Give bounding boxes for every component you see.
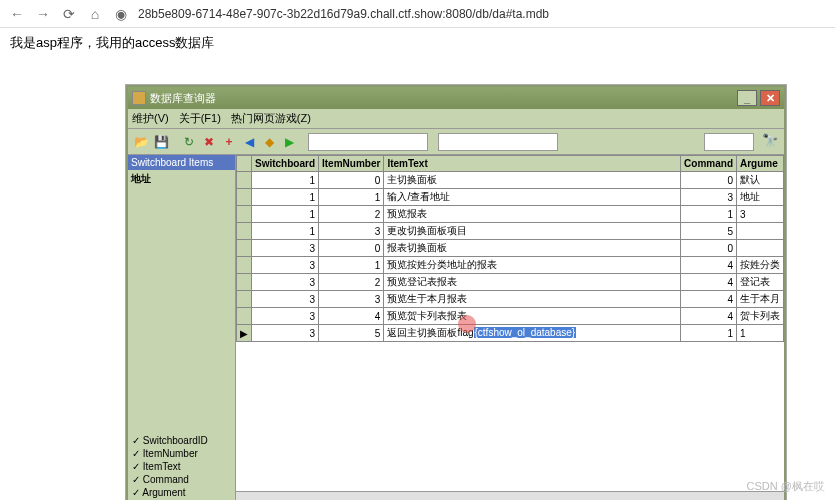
sidebar-table-item[interactable]: 地址 (128, 170, 235, 188)
cell[interactable]: 1 (252, 223, 319, 240)
cell[interactable]: 3 (252, 308, 319, 325)
cell[interactable]: 1 (319, 257, 384, 274)
col-command[interactable]: Command (681, 156, 737, 172)
field-check[interactable]: Argument (132, 486, 208, 499)
open-icon[interactable]: 📂 (132, 133, 150, 151)
col-argument[interactable]: Argume (737, 156, 784, 172)
close-button[interactable]: ✕ (760, 90, 780, 106)
cell[interactable]: 1 (681, 325, 737, 342)
row-header[interactable] (237, 172, 252, 189)
cell[interactable]: 2 (319, 206, 384, 223)
home-icon[interactable]: ⌂ (86, 5, 104, 23)
cell[interactable]: 输入/查看地址 (384, 189, 681, 206)
cell[interactable]: 4 (681, 274, 737, 291)
horizontal-scrollbar[interactable] (236, 491, 784, 500)
cell[interactable]: 0 (319, 240, 384, 257)
cell[interactable]: 0 (681, 240, 737, 257)
sidebar-table-selected[interactable]: Switchboard Items (128, 155, 235, 170)
save-icon[interactable]: 💾 (152, 133, 170, 151)
row-header[interactable]: ▶ (237, 325, 252, 342)
prev-icon[interactable]: ◀ (240, 133, 258, 151)
forward-icon[interactable]: → (34, 5, 52, 23)
table-row[interactable]: 32预览登记表报表4登记表 (237, 274, 784, 291)
cell[interactable] (737, 223, 784, 240)
menu-maintain[interactable]: 维护(V) (132, 111, 169, 126)
table-row[interactable]: 31预览按姓分类地址的报表4按姓分类 (237, 257, 784, 274)
cell[interactable]: 1 (319, 189, 384, 206)
cell[interactable]: 4 (681, 257, 737, 274)
cell[interactable]: 0 (681, 172, 737, 189)
reload-icon[interactable]: ⟳ (60, 5, 78, 23)
cell[interactable]: 主切换面板 (384, 172, 681, 189)
cell[interactable]: 预览报表 (384, 206, 681, 223)
cell[interactable]: 1 (252, 172, 319, 189)
cell[interactable]: 预览生于本月报表 (384, 291, 681, 308)
dropdown-2[interactable] (438, 133, 558, 151)
table-row[interactable]: 34预览贺卡列表报表4贺卡列表 (237, 308, 784, 325)
field-check[interactable]: SwitchboardID (132, 434, 208, 447)
menu-about[interactable]: 关于(F1) (179, 111, 221, 126)
cell[interactable]: 0 (319, 172, 384, 189)
table-row[interactable]: 11输入/查看地址3地址 (237, 189, 784, 206)
cell[interactable]: 3 (319, 223, 384, 240)
cell[interactable]: 2 (319, 274, 384, 291)
menu-games[interactable]: 热门网页游戏(Z) (231, 111, 311, 126)
cell[interactable]: 3 (737, 206, 784, 223)
cell[interactable]: 3 (252, 240, 319, 257)
next-icon[interactable]: ▶ (280, 133, 298, 151)
dropdown-3[interactable] (704, 133, 754, 151)
cell[interactable]: 3 (252, 291, 319, 308)
table-row[interactable]: 13更改切换面板项目5 (237, 223, 784, 240)
cell[interactable]: 预览登记表报表 (384, 274, 681, 291)
cell[interactable]: 4 (681, 291, 737, 308)
table-row[interactable]: 33预览生于本月报表4生于本月 (237, 291, 784, 308)
cell[interactable]: 1 (252, 189, 319, 206)
row-header[interactable] (237, 257, 252, 274)
row-header[interactable] (237, 240, 252, 257)
cell[interactable]: 返回主切换面板flag{ctfshow_ol_database} (384, 325, 681, 342)
cell[interactable]: 3 (681, 189, 737, 206)
row-header[interactable] (237, 274, 252, 291)
field-check[interactable]: ItemText (132, 460, 208, 473)
row-header[interactable] (237, 291, 252, 308)
cell[interactable]: 3 (252, 274, 319, 291)
table-row[interactable]: ▶35返回主切换面板flag{ctfshow_ol_database}11 (237, 325, 784, 342)
col-switchboard[interactable]: Switchboard (252, 156, 319, 172)
cell[interactable]: 预览按姓分类地址的报表 (384, 257, 681, 274)
table-row[interactable]: 30报表切换面板0 (237, 240, 784, 257)
dropdown-1[interactable] (308, 133, 428, 151)
col-itemtext[interactable]: ItemText (384, 156, 681, 172)
cell[interactable]: 更改切换面板项目 (384, 223, 681, 240)
field-check[interactable]: Command (132, 473, 208, 486)
cell[interactable]: 登记表 (737, 274, 784, 291)
cell[interactable]: 1 (737, 325, 784, 342)
row-header[interactable] (237, 206, 252, 223)
url-text[interactable]: 28b5e809-6714-48e7-907c-3b22d16d79a9.cha… (138, 7, 549, 21)
cell[interactable]: 默认 (737, 172, 784, 189)
table-row[interactable]: 12预览报表13 (237, 206, 784, 223)
row-header[interactable] (237, 308, 252, 325)
field-check[interactable]: ItemNumber (132, 447, 208, 460)
table-row[interactable]: 10主切换面板0默认 (237, 172, 784, 189)
back-icon[interactable]: ← (8, 5, 26, 23)
cell[interactable]: 报表切换面板 (384, 240, 681, 257)
cell[interactable]: 生于本月 (737, 291, 784, 308)
refresh-icon[interactable]: ↻ (180, 133, 198, 151)
cell[interactable]: 4 (319, 308, 384, 325)
cell[interactable]: 1 (681, 206, 737, 223)
cell[interactable]: 3 (319, 291, 384, 308)
cell[interactable]: 3 (252, 257, 319, 274)
cell[interactable] (737, 240, 784, 257)
add-icon[interactable]: + (220, 133, 238, 151)
cell[interactable]: 5 (681, 223, 737, 240)
cell[interactable]: 5 (319, 325, 384, 342)
cell[interactable]: 按姓分类 (737, 257, 784, 274)
cell[interactable]: 地址 (737, 189, 784, 206)
cell[interactable]: 贺卡列表 (737, 308, 784, 325)
cell[interactable]: 预览贺卡列表报表 (384, 308, 681, 325)
binoculars-icon[interactable]: 🔭 (760, 133, 780, 151)
cell[interactable]: 1 (252, 206, 319, 223)
row-header[interactable] (237, 189, 252, 206)
row-header[interactable] (237, 223, 252, 240)
cell[interactable]: 3 (252, 325, 319, 342)
